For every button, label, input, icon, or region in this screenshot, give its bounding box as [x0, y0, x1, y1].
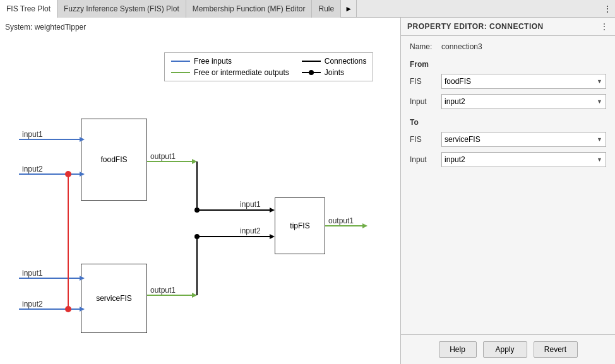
help-button[interactable]: Help — [439, 341, 477, 358]
svg-text:input2: input2 — [22, 165, 43, 173]
canvas-area: System: weightedTipper Free inputs Free … — [0, 18, 400, 364]
name-label: Name: — [410, 42, 441, 51]
apply-button[interactable]: Apply — [483, 341, 527, 358]
legend-free-outputs-label: Free or intermediate outputs — [194, 68, 289, 77]
to-input-row: Input input1 input2 — [410, 152, 606, 167]
from-section-title: From — [410, 60, 606, 69]
legend: Free inputs Free or intermediate outputs… — [164, 52, 373, 81]
legend-connections-line — [302, 61, 321, 62]
svg-point-29 — [194, 208, 200, 213]
to-fis-select[interactable]: foodFIS serviceFIS tipFIS — [441, 132, 606, 147]
tab-fis-plot-label: Fuzzy Inference System (FIS) Plot — [64, 4, 179, 13]
legend-free-inputs-label: Free inputs — [194, 57, 232, 66]
from-section: From FIS foodFIS serviceFIS tipFIS Input — [410, 60, 606, 109]
foodFIS-node[interactable]: foodFIS — [81, 119, 147, 201]
legend-joints-label: Joints — [325, 68, 344, 77]
svg-marker-32 — [362, 223, 367, 228]
from-fis-select[interactable]: foodFIS serviceFIS tipFIS — [441, 74, 606, 89]
svg-marker-23 — [270, 208, 275, 213]
svg-text:input1: input1 — [22, 130, 43, 139]
property-editor-title: PROPERTY EDITOR: CONNECTION — [407, 22, 544, 31]
svg-marker-27 — [270, 234, 275, 239]
tab-fis-tree[interactable]: FIS Tree Plot — [0, 0, 57, 18]
to-fis-row: FIS foodFIS serviceFIS tipFIS — [410, 132, 606, 147]
to-input-label: Input — [410, 155, 441, 164]
tab-bar: FIS Tree Plot Fuzzy Inference System (FI… — [0, 0, 615, 18]
tab-mf-editor[interactable]: Membership Function (MF) Editor — [186, 0, 313, 18]
legend-free-inputs-line — [171, 61, 190, 62]
to-input-select[interactable]: input1 input2 — [441, 152, 606, 167]
svg-marker-19 — [192, 293, 197, 298]
to-section: To FIS foodFIS serviceFIS tipFIS Input — [410, 118, 606, 167]
svg-text:output1: output1 — [150, 286, 176, 295]
tab-mf-editor-label: Membership Function (MF) Editor — [193, 4, 306, 13]
tipFIS-label: tipFIS — [290, 221, 309, 230]
serviceFIS-label: serviceFIS — [96, 294, 132, 303]
revert-button[interactable]: Revert — [534, 341, 578, 358]
to-section-title: To — [410, 118, 606, 127]
svg-text:input2: input2 — [22, 300, 43, 308]
system-label: System: weightedTipper — [5, 23, 86, 32]
main-area: System: weightedTipper Free inputs Free … — [0, 18, 615, 364]
tab-overflow-button[interactable]: ⋮ — [600, 0, 615, 18]
from-input-select[interactable]: input1 input2 — [441, 94, 606, 109]
from-input-row: Input input1 input2 — [410, 94, 606, 109]
svg-text:input1: input1 — [240, 200, 261, 209]
svg-point-14 — [65, 306, 71, 312]
name-value: connection3 — [441, 42, 482, 51]
tab-rules-label: Rule — [318, 4, 334, 13]
tab-rules[interactable]: Rule — [312, 0, 341, 18]
from-fis-label: FIS — [410, 77, 441, 86]
svg-text:input1: input1 — [22, 269, 43, 278]
property-editor-menu-icon[interactable]: ⋮ — [600, 21, 609, 32]
tipFIS-node[interactable]: tipFIS — [275, 197, 325, 254]
property-editor-body: Name: connection3 From FIS foodFIS servi… — [401, 36, 615, 334]
tab-more-button[interactable]: ► — [341, 0, 357, 18]
svg-point-13 — [65, 171, 71, 177]
tab-fis-plot[interactable]: Fuzzy Inference System (FIS) Plot — [57, 0, 186, 18]
to-fis-label: FIS — [410, 135, 441, 144]
tab-fis-tree-label: FIS Tree Plot — [6, 4, 51, 13]
foodFIS-label: foodFIS — [100, 155, 127, 164]
svg-text:input2: input2 — [240, 226, 261, 235]
property-editor-footer: Help Apply Revert — [401, 334, 615, 364]
svg-text:output1: output1 — [328, 216, 354, 225]
from-input-label: Input — [410, 97, 441, 106]
property-editor-header: PROPERTY EDITOR: CONNECTION ⋮ — [401, 18, 615, 36]
legend-joints-line — [302, 72, 321, 73]
svg-text:output1: output1 — [150, 152, 176, 161]
legend-free-outputs-line — [171, 72, 190, 73]
legend-connections-label: Connections — [325, 57, 367, 66]
serviceFIS-node[interactable]: serviceFIS — [81, 264, 147, 333]
svg-point-30 — [194, 234, 200, 239]
svg-marker-16 — [192, 159, 197, 164]
from-fis-row: FIS foodFIS serviceFIS tipFIS — [410, 74, 606, 89]
name-row: Name: connection3 — [410, 42, 606, 51]
property-editor: PROPERTY EDITOR: CONNECTION ⋮ Name: conn… — [400, 18, 615, 364]
